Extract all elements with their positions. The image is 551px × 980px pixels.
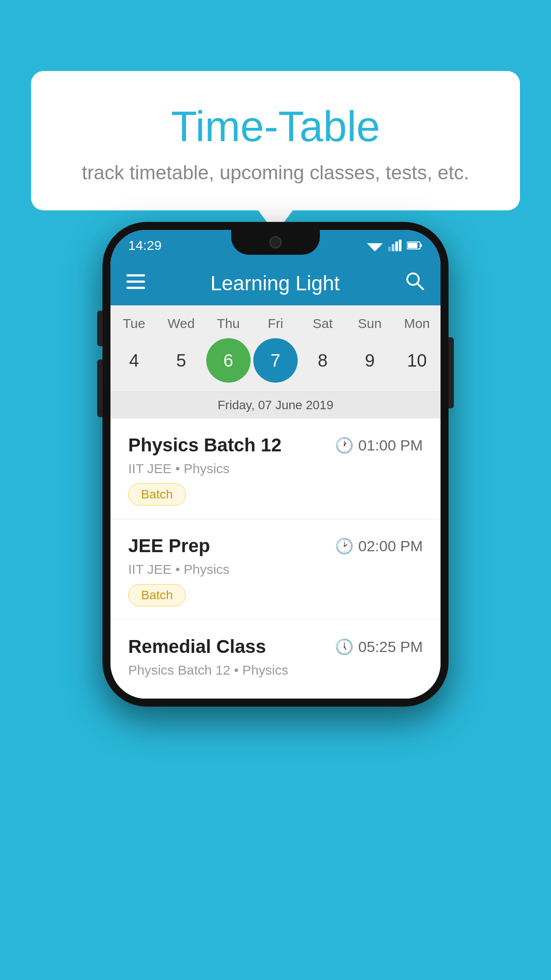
- day-header-sun: Sun: [348, 316, 392, 331]
- schedule-item-1-time: 🕐 01:00 PM: [335, 436, 423, 454]
- svg-rect-9: [408, 243, 417, 248]
- schedule-item-3-time-text: 05:25 PM: [358, 638, 423, 656]
- svg-rect-10: [126, 274, 145, 277]
- clock-icon-2: 🕑: [335, 537, 354, 555]
- schedule-item-3-header: Remedial Class 🕔 05:25 PM: [128, 636, 423, 657]
- svg-marker-2: [372, 249, 378, 251]
- schedule-item-2-time-text: 02:00 PM: [358, 537, 423, 555]
- clock-icon-1: 🕐: [335, 436, 354, 454]
- phone-screen: 14:29: [110, 230, 441, 699]
- svg-rect-6: [399, 240, 401, 251]
- phone-camera: [269, 236, 282, 249]
- day-header-wed: Wed: [159, 316, 203, 331]
- day-header-fri: Fri: [253, 316, 298, 331]
- calendar-strip: Tue Wed Thu Fri Sat Sun Mon 4 5 6 7 8 9 …: [110, 305, 441, 419]
- phone-side-button-volume-up: [97, 311, 102, 346]
- phone-side-button-power: [449, 337, 454, 408]
- schedule-item-2-sub: IIT JEE • Physics: [128, 562, 423, 577]
- svg-rect-12: [126, 287, 145, 289]
- phone-mockup: 14:29: [102, 222, 449, 707]
- clock-icon-3: 🕔: [335, 638, 354, 656]
- date-label: Friday, 07 June 2019: [110, 391, 441, 419]
- schedule-item-1[interactable]: Physics Batch 12 🕐 01:00 PM IIT JEE • Ph…: [110, 419, 441, 519]
- day-6-today[interactable]: 6: [206, 338, 251, 383]
- day-header-mon: Mon: [395, 316, 439, 331]
- day-headers: Tue Wed Thu Fri Sat Sun Mon: [110, 316, 441, 338]
- day-10[interactable]: 10: [395, 338, 439, 383]
- schedule-item-1-title: Physics Batch 12: [128, 435, 282, 456]
- tooltip-card: Time-Table track timetable, upcoming cla…: [31, 71, 520, 210]
- schedule-item-2-time: 🕑 02:00 PM: [335, 537, 423, 555]
- schedule-item-2-tag: Batch: [128, 584, 186, 606]
- hamburger-icon[interactable]: [126, 273, 145, 294]
- app-bar: Learning Light: [110, 261, 441, 305]
- search-icon[interactable]: [405, 271, 425, 295]
- day-header-tue: Tue: [112, 316, 156, 331]
- app-bar-title: Learning Light: [158, 271, 392, 295]
- day-numbers: 4 5 6 7 8 9 10: [110, 338, 441, 391]
- schedule-item-3-title: Remedial Class: [128, 636, 266, 657]
- svg-rect-4: [392, 244, 394, 251]
- schedule-item-1-header: Physics Batch 12 🕐 01:00 PM: [128, 435, 423, 456]
- schedule-item-2-header: JEE Prep 🕑 02:00 PM: [128, 535, 423, 557]
- schedule-item-3-sub: Physics Batch 12 • Physics: [128, 663, 423, 678]
- phone-side-button-volume-down: [97, 360, 102, 417]
- svg-rect-3: [388, 247, 391, 251]
- day-8[interactable]: 8: [300, 338, 345, 383]
- battery-icon: [407, 241, 423, 250]
- day-4[interactable]: 4: [112, 338, 156, 383]
- day-header-thu: Thu: [206, 316, 251, 331]
- svg-rect-5: [395, 241, 398, 251]
- schedule-list: Physics Batch 12 🕐 01:00 PM IIT JEE • Ph…: [110, 419, 441, 699]
- schedule-item-2-title: JEE Prep: [128, 535, 210, 557]
- signal-icon: [388, 240, 401, 251]
- wifi-icon: [367, 240, 383, 251]
- schedule-item-1-tag: Batch: [128, 483, 186, 506]
- schedule-item-1-sub: IIT JEE • Physics: [128, 461, 423, 476]
- tooltip-subtitle: track timetable, upcoming classes, tests…: [58, 162, 493, 184]
- schedule-item-1-time-text: 01:00 PM: [358, 437, 423, 454]
- status-icons: [367, 240, 423, 251]
- day-7-selected[interactable]: 7: [253, 338, 298, 383]
- svg-rect-8: [420, 244, 422, 247]
- svg-line-14: [417, 283, 423, 289]
- phone-notch: [231, 230, 320, 255]
- phone-outer: 14:29: [102, 222, 449, 707]
- schedule-item-3[interactable]: Remedial Class 🕔 05:25 PM Physics Batch …: [110, 620, 441, 699]
- day-header-sat: Sat: [300, 316, 345, 331]
- day-5[interactable]: 5: [159, 338, 203, 383]
- day-9[interactable]: 9: [348, 338, 392, 383]
- status-time: 14:29: [128, 238, 161, 253]
- svg-rect-11: [126, 281, 145, 283]
- schedule-item-3-time: 🕔 05:25 PM: [335, 638, 423, 656]
- schedule-item-2[interactable]: JEE Prep 🕑 02:00 PM IIT JEE • Physics Ba…: [110, 519, 441, 620]
- tooltip-title: Time-Table: [58, 102, 493, 151]
